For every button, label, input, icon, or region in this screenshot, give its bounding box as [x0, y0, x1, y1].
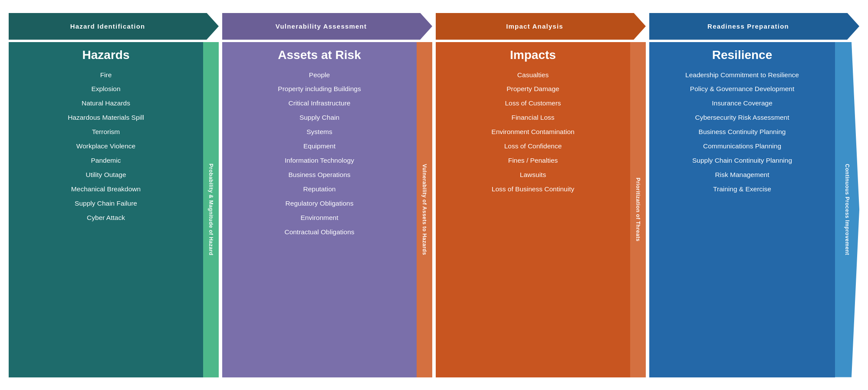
col-title-hazard: Hazards [82, 48, 130, 62]
item-readiness-6: Supply Chain Continuity Planning [653, 154, 832, 168]
side-label-impact: Prioritization of Threats [635, 177, 641, 241]
item-vulnerability-9: Regulatory Obligations [226, 197, 413, 211]
main-col-hazard: HazardsFireExplosionNatural HazardsHazar… [9, 42, 203, 377]
item-hazard-7: Utility Outage [12, 168, 200, 182]
item-vulnerability-2: Critical Infrastructure [226, 96, 413, 111]
item-hazard-0: Fire [12, 68, 200, 82]
item-impact-8: Loss of Business Continuity [439, 182, 627, 197]
section-vulnerability: Vulnerability AssessmentAssets at RiskPe… [222, 13, 432, 377]
main-col-readiness: ResilienceLeadership Commitment to Resil… [649, 42, 835, 377]
header-hazard: Hazard Identification [9, 13, 219, 40]
col-title-vulnerability: Assets at Risk [278, 48, 361, 62]
item-vulnerability-7: Business Operations [226, 168, 413, 182]
item-hazard-6: Pandemic [12, 154, 200, 168]
item-readiness-4: Business Continuity Planning [653, 125, 832, 139]
item-readiness-2: Insurance Coverage [653, 96, 832, 111]
item-vulnerability-4: Systems [226, 125, 413, 139]
body-hazard: HazardsFireExplosionNatural HazardsHazar… [9, 42, 219, 377]
item-hazard-1: Explosion [12, 82, 200, 96]
item-impact-1: Property Damage [439, 82, 627, 96]
item-vulnerability-0: People [226, 68, 413, 82]
main-col-impact: ImpactsCasualtiesProperty DamageLoss of … [436, 42, 630, 377]
item-impact-3: Financial Loss [439, 111, 627, 125]
item-hazard-8: Mechanical Breakdown [12, 182, 200, 197]
item-readiness-0: Leadership Commitment to Resilience [653, 68, 832, 82]
side-col-impact: Prioritization of Threats [630, 42, 646, 377]
item-vulnerability-6: Information Technology [226, 154, 413, 168]
item-readiness-5: Communications Planning [653, 139, 832, 154]
side-col-vulnerability: Vulnerability of Assets to Hazards [417, 42, 432, 377]
side-col-readiness: Continuous Process Improvement [835, 42, 859, 377]
header-impact: Impact Analysis [436, 13, 646, 40]
main-col-vulnerability: Assets at RiskPeopleProperty including B… [222, 42, 417, 377]
side-col-hazard: Probability & Magnitude of Hazard [203, 42, 219, 377]
body-vulnerability: Assets at RiskPeopleProperty including B… [222, 42, 432, 377]
side-label-readiness: Continuous Process Improvement [844, 164, 850, 255]
item-readiness-8: Training & Exercise [653, 182, 832, 197]
item-vulnerability-10: Environment [226, 211, 413, 225]
item-hazard-3: Hazardous Materials Spill [12, 111, 200, 125]
section-readiness: Readiness PreparationResilienceLeadershi… [649, 13, 859, 377]
item-hazard-10: Cyber Attack [12, 211, 200, 225]
item-readiness-3: Cybersecurity Risk Assessment [653, 111, 832, 125]
item-readiness-1: Policy & Governance Development [653, 82, 832, 96]
section-hazard: Hazard IdentificationHazardsFireExplosio… [9, 13, 219, 377]
item-hazard-5: Workplace Violence [12, 139, 200, 154]
col-title-impact: Impacts [510, 48, 556, 62]
diagram: Hazard IdentificationHazardsFireExplosio… [9, 13, 859, 377]
item-impact-7: Lawsuits [439, 168, 627, 182]
item-impact-0: Casualties [439, 68, 627, 82]
body-impact: ImpactsCasualtiesProperty DamageLoss of … [436, 42, 646, 377]
item-impact-6: Fines / Penalties [439, 154, 627, 168]
col-title-readiness: Resilience [712, 48, 773, 62]
item-impact-5: Loss of Confidence [439, 139, 627, 154]
item-vulnerability-11: Contractual Obligations [226, 225, 413, 239]
item-impact-2: Loss of Customers [439, 96, 627, 111]
item-vulnerability-8: Reputation [226, 182, 413, 197]
item-vulnerability-3: Supply Chain [226, 111, 413, 125]
item-hazard-2: Natural Hazards [12, 96, 200, 111]
item-readiness-7: Risk Management [653, 168, 832, 182]
header-readiness: Readiness Preparation [649, 13, 859, 40]
item-vulnerability-5: Equipment [226, 139, 413, 154]
item-hazard-9: Supply Chain Failure [12, 197, 200, 211]
item-impact-4: Environment Contamination [439, 125, 627, 139]
side-label-vulnerability: Vulnerability of Assets to Hazards [421, 164, 427, 255]
item-vulnerability-1: Property including Buildings [226, 82, 413, 96]
item-hazard-4: Terrorism [12, 125, 200, 139]
body-readiness: ResilienceLeadership Commitment to Resil… [649, 42, 859, 377]
header-vulnerability: Vulnerability Assessment [222, 13, 432, 40]
side-label-hazard: Probability & Magnitude of Hazard [208, 164, 214, 256]
section-impact: Impact AnalysisImpactsCasualtiesProperty… [436, 13, 646, 377]
